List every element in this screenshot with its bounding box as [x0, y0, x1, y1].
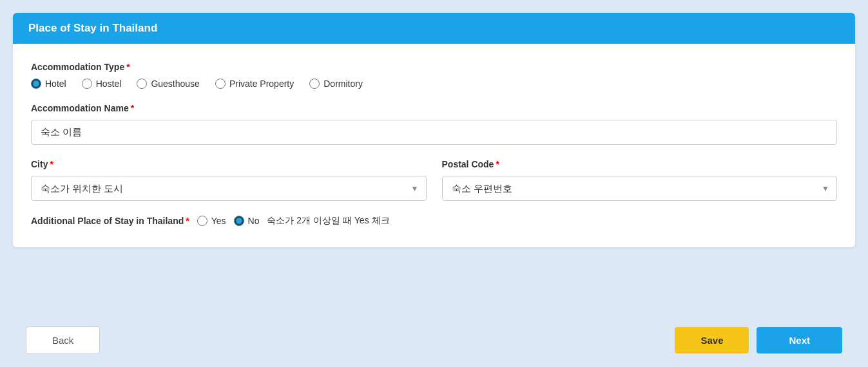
additional-stay-hint: 숙소가 2개 이상일 때 Yes 체크: [267, 215, 389, 227]
additional-stay-row: Additional Place of Stay in Thailand* Ye…: [31, 215, 837, 227]
card-header-title: Place of Stay in Thailand: [28, 22, 157, 34]
radio-dormitory-input[interactable]: [309, 79, 320, 89]
back-button[interactable]: Back: [26, 326, 100, 354]
radio-hostel-label: Hostel: [96, 79, 122, 89]
radio-private-property-label: Private Property: [229, 79, 294, 89]
city-select[interactable]: 숙소가 위치한 도시: [31, 176, 427, 201]
radio-private-property-input[interactable]: [215, 79, 226, 89]
radio-private-property[interactable]: Private Property: [215, 79, 294, 89]
radio-guesthouse-input[interactable]: [137, 79, 147, 89]
postal-code-field: Postal Code* 숙소 우편번호 ▼: [442, 159, 838, 201]
radio-additional-no-label: No: [248, 216, 260, 226]
save-button[interactable]: Save: [675, 327, 749, 353]
postal-code-select-wrapper: 숙소 우편번호 ▼: [442, 176, 838, 201]
radio-hostel[interactable]: Hostel: [82, 79, 122, 89]
radio-hostel-input[interactable]: [82, 79, 92, 89]
radio-additional-no-input[interactable]: [234, 216, 244, 226]
radio-dormitory-label: Dormitory: [323, 79, 363, 89]
card-header: Place of Stay in Thailand: [13, 13, 855, 44]
footer-right: Save Next: [675, 327, 842, 353]
city-select-wrapper: 숙소가 위치한 도시 ▼: [31, 176, 427, 201]
postal-code-select[interactable]: 숙소 우편번호: [442, 176, 838, 201]
radio-hotel[interactable]: Hotel: [31, 79, 66, 89]
accommodation-name-input[interactable]: [31, 120, 837, 145]
radio-additional-yes[interactable]: Yes: [197, 216, 226, 226]
radio-dormitory[interactable]: Dormitory: [309, 79, 363, 89]
accommodation-type-label: Accommodation Type*: [31, 62, 837, 72]
card-body: Accommodation Type* Hotel Hostel Guestho…: [13, 44, 855, 247]
radio-guesthouse-label: Guesthouse: [151, 79, 200, 89]
accommodation-type-radio-group: Hotel Hostel Guesthouse Private Property…: [31, 79, 837, 89]
footer-bar: Back Save Next: [13, 316, 855, 367]
radio-additional-no[interactable]: No: [234, 216, 260, 226]
city-field: City* 숙소가 위치한 도시 ▼: [31, 159, 427, 201]
radio-additional-yes-input[interactable]: [197, 216, 207, 226]
page-wrapper: Place of Stay in Thailand Accommodation …: [0, 0, 868, 367]
form-card: Place of Stay in Thailand Accommodation …: [13, 13, 855, 247]
accommodation-name-label: Accommodation Name*: [31, 103, 837, 113]
postal-code-label: Postal Code*: [442, 159, 838, 169]
radio-guesthouse[interactable]: Guesthouse: [137, 79, 200, 89]
radio-hotel-label: Hotel: [45, 79, 66, 89]
next-button[interactable]: Next: [757, 327, 842, 353]
city-postal-row: City* 숙소가 위치한 도시 ▼ Postal Code* 숙소 우편번호 …: [31, 159, 837, 201]
radio-additional-yes-label: Yes: [211, 216, 226, 226]
city-label: City*: [31, 159, 427, 169]
radio-hotel-input[interactable]: [31, 79, 41, 89]
additional-stay-label: Additional Place of Stay in Thailand*: [31, 216, 189, 226]
